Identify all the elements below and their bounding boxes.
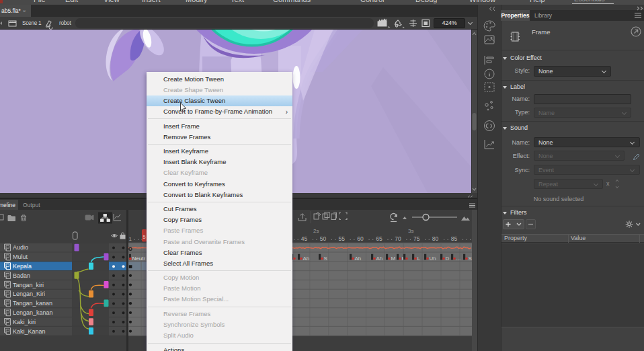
svg-text:1: 1 [129,236,132,242]
svg-text:50: 50 [320,235,327,242]
svg-text:L: L [417,256,421,262]
svg-text:Ah: Ah [303,256,310,262]
svg-text:Neutr: Neutr [132,256,146,262]
svg-text:Tangan_kanan: Tangan_kanan [13,300,52,307]
svg-text:M: M [391,256,396,262]
svg-text:Lengan_Kiri: Lengan_Kiri [13,290,45,297]
svg-text:55: 55 [338,235,345,242]
svg-text:Ah: Ah [355,256,362,262]
svg-text:Audio: Audio [13,244,28,251]
svg-text:65: 65 [376,235,383,242]
svg-text:45: 45 [301,235,308,242]
svg-text:...: ... [456,256,461,262]
svg-text:Kaki_kiri: Kaki_kiri [13,319,36,325]
svg-text:Mulut: Mulut [13,254,28,260]
svg-text:Kaki_Kanan: Kaki_Kanan [13,328,46,335]
svg-text:Kepala: Kepala [13,263,32,270]
svg-text:meline: meline [0,202,15,208]
svg-text:S: S [324,256,327,262]
svg-text:S: S [469,256,472,262]
svg-text:Uh: Uh [430,256,436,262]
svg-text:2s: 2s [313,228,319,234]
svg-text:70: 70 [395,235,401,242]
svg-text:Tangan_kiri: Tangan_kiri [13,282,44,288]
svg-text:D: D [446,256,450,262]
svg-text:3s: 3s [408,228,413,234]
svg-text:Ah: Ah [376,256,383,262]
svg-text:Output: Output [23,202,40,208]
svg-text:Badan: Badan [13,272,30,279]
svg-text:60: 60 [357,235,364,242]
svg-text:5: 5 [143,234,146,240]
svg-text:75: 75 [413,235,420,242]
svg-text:80: 80 [432,235,439,242]
svg-text:85: 85 [451,235,458,242]
svg-text:Lengan_kanan: Lengan_kanan [13,309,53,316]
